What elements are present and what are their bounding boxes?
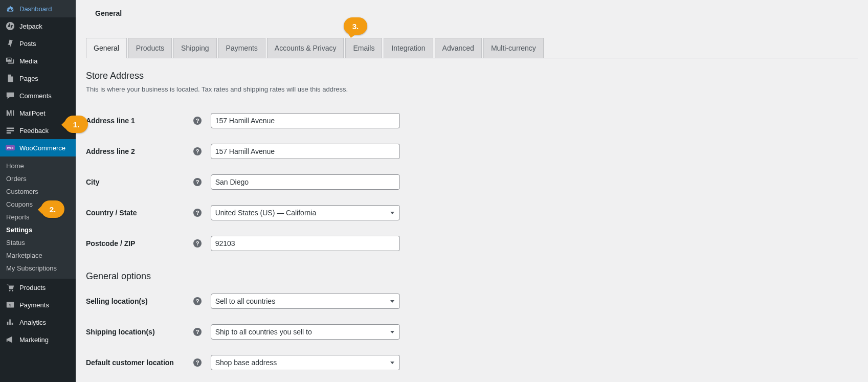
label-shipping: Shipping location(s) [86,328,155,336]
help-icon[interactable]: ? [193,117,202,125]
settings-tabs: GeneralProductsShippingPaymentsAccounts … [86,33,858,58]
input-city[interactable] [211,174,400,190]
tab-integration[interactable]: Integration [384,38,433,58]
woo-icon: Woo [5,143,15,153]
sidebar-subitem-home[interactable]: Home [0,160,76,172]
sidebar-item-dashboard[interactable]: Dashboard [0,0,76,17]
select-country[interactable]: United States (US) — California [211,205,400,220]
general-options-table: Selling location(s) ? Sell to all countr… [86,286,858,378]
tab-advanced[interactable]: Advanced [435,38,482,58]
select-shipping-value: Ship to all countries you sell to [215,328,312,336]
help-icon[interactable]: ? [193,358,202,367]
svg-text:$: $ [9,303,11,307]
mailpoet-icon [5,108,15,118]
tab-shipping[interactable]: Shipping [173,38,217,58]
feedback-icon [5,125,15,136]
input-address2[interactable] [211,144,400,159]
chevron-down-icon [390,362,394,364]
tab-products[interactable]: Products [128,38,172,58]
sidebar-item-label: Comments [19,92,52,100]
label-address1: Address line 1 [86,117,135,125]
sidebar-item-label: WooCommerce [19,144,65,152]
tab-payments[interactable]: Payments [218,38,265,58]
sidebar-item-payments[interactable]: $Payments [0,296,76,313]
tab-accounts-privacy[interactable]: Accounts & Privacy [267,38,344,58]
select-default-loc[interactable]: Shop base address [211,355,400,370]
callout-1-label: 1. [73,120,80,129]
sidebar-item-jetpack[interactable]: Jetpack [0,17,76,35]
analytics-icon [5,317,15,327]
sidebar-item-label: Feedback [19,127,49,134]
label-city: City [86,178,99,186]
dashboard-icon [5,4,15,14]
label-country: Country / State [86,209,137,217]
jetpack-icon [5,21,15,31]
input-postcode[interactable] [211,236,400,251]
sidebar-item-label: Dashboard [19,5,52,13]
sidebar-item-label: Posts [19,40,36,48]
select-country-value: United States (US) — California [215,209,317,217]
sidebar-item-label: Jetpack [19,23,42,30]
sidebar-item-media[interactable]: Media [0,52,76,70]
select-selling[interactable]: Sell to all countries [211,294,400,309]
sidebar-item-label: Pages [19,75,38,82]
help-icon[interactable]: ? [193,178,202,186]
sidebar-item-posts[interactable]: Posts [0,35,76,52]
help-icon[interactable]: ? [193,147,202,155]
label-selling: Selling location(s) [86,297,148,305]
input-address1[interactable] [211,113,400,128]
sidebar-subitem-settings[interactable]: Settings [0,223,76,236]
callout-3: 3. [344,17,367,35]
callout-2-label: 2. [50,205,56,214]
tab-multi-currency[interactable]: Multi-currency [483,38,544,58]
sidebar-item-comments[interactable]: Comments [0,87,76,104]
chevron-down-icon [390,212,394,214]
sidebar-item-label: Media [19,57,37,65]
sidebar-item-marketing[interactable]: Marketing [0,331,76,348]
comment-icon [5,91,15,101]
label-default-loc: Default customer location [86,358,174,367]
callout-1: 1. [64,116,88,133]
sidebar-subitem-status[interactable]: Status [0,236,76,249]
chevron-down-icon [390,300,394,303]
payments-icon: $ [5,300,15,310]
pin-icon [5,38,15,49]
callout-2: 2. [41,200,64,218]
sidebar-subitem-customers[interactable]: Customers [0,185,76,198]
admin-sidebar: DashboardJetpackPostsMediaPagesCommentsM… [0,0,76,382]
sidebar-item-products[interactable]: Products [0,279,76,296]
chevron-down-icon [390,331,394,333]
page-title: General [86,0,858,33]
help-icon[interactable]: ? [193,328,202,336]
label-postcode: Postcode / ZIP [86,239,135,248]
svg-point-4 [12,290,13,291]
marketing-icon [5,334,15,345]
sidebar-item-label: Products [19,284,46,291]
select-default-loc-value: Shop base address [215,358,277,367]
page-icon [5,73,15,83]
label-address2: Address line 2 [86,147,135,155]
callout-3-label: 3. [352,22,359,31]
sidebar-item-pages[interactable]: Pages [0,70,76,87]
sidebar-item-label: Analytics [19,319,46,326]
sidebar-item-label: Payments [19,301,49,309]
section-store-address-title: Store Address [86,71,858,81]
help-icon[interactable]: ? [193,239,202,248]
svg-point-3 [9,290,11,291]
sidebar-item-woocommerce[interactable]: WooWooCommerce [0,139,76,156]
section-store-address-desc: This is where your business is located. … [86,85,858,93]
svg-text:Woo: Woo [7,146,14,149]
media-icon [5,56,15,66]
help-icon[interactable]: ? [193,297,202,305]
select-shipping[interactable]: Ship to all countries you sell to [211,324,400,340]
sidebar-item-analytics[interactable]: Analytics [0,313,76,331]
sidebar-item-label: Marketing [19,336,49,344]
help-icon[interactable]: ? [193,209,202,217]
products-icon [5,282,15,293]
tab-general[interactable]: General [86,38,127,58]
sidebar-subitem-my-subscriptions[interactable]: My Subscriptions [0,262,76,275]
sidebar-subitem-orders[interactable]: Orders [0,172,76,185]
sidebar-item-label: MailPoet [19,109,46,117]
svg-point-0 [6,22,14,30]
sidebar-subitem-marketplace[interactable]: Marketplace [0,249,76,262]
